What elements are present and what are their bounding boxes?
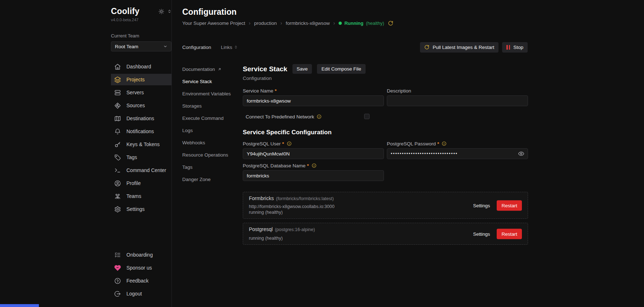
section-title: Service Stack xyxy=(243,65,287,73)
service-settings-link[interactable]: Settings xyxy=(473,231,490,236)
breadcrumb-separator: › xyxy=(249,20,251,26)
sidebar-item-tags[interactable]: Tags xyxy=(111,152,171,163)
service-settings-link[interactable]: Settings xyxy=(473,203,490,208)
chevrons-up-down-icon[interactable] xyxy=(167,9,171,14)
sidebar-item-label: Servers xyxy=(126,90,144,95)
subnav-item-documentation[interactable]: Documentation xyxy=(182,66,236,73)
subnav-item-logs[interactable]: Logs xyxy=(182,127,236,134)
info-icon[interactable] xyxy=(312,163,317,168)
status-refresh-icon[interactable] xyxy=(388,21,393,26)
users-icon xyxy=(114,193,121,200)
status-dot xyxy=(339,22,342,25)
service-image: (formbricks/formbricks:latest) xyxy=(276,196,334,201)
terminal-icon xyxy=(114,167,121,174)
pause-icon xyxy=(506,45,510,50)
team-select[interactable]: Root Team xyxy=(111,41,171,51)
sidebar-item-notifications[interactable]: Notifications xyxy=(111,126,171,137)
sidebar-item-label: Sources xyxy=(126,103,145,108)
home-icon xyxy=(114,63,121,70)
pg-password-input[interactable] xyxy=(387,148,528,159)
team-select-value: Root Team xyxy=(115,44,138,49)
question-circle-icon xyxy=(114,277,121,284)
sidebar-item-settings[interactable]: Settings xyxy=(111,203,171,215)
subnav-item-danger-zone[interactable]: Danger Zone xyxy=(182,176,236,183)
status-badge: Running (healthy) xyxy=(339,21,384,26)
sidebar-item-teams[interactable]: Teams xyxy=(111,190,171,202)
service-specific-heading: Service Specific Configuration xyxy=(243,129,528,136)
git-source-icon xyxy=(114,102,121,109)
current-team-label: Current Team xyxy=(111,33,171,39)
sidebar-item-label: Destinations xyxy=(126,116,154,121)
settings-subnav: Documentation Service Stack Environment … xyxy=(182,66,236,188)
service-name-input[interactable] xyxy=(243,95,384,106)
connect-network-label: Connect To Predefined Network xyxy=(246,114,314,119)
info-icon[interactable] xyxy=(317,114,322,119)
required-asterisk: * xyxy=(307,163,309,168)
service-card-postgresql: Postgresql (postgres:16-alpine) running … xyxy=(243,223,528,245)
sidebar-item-dashboard[interactable]: Dashboard xyxy=(111,61,171,72)
toolbar: Configuration Links Pull Latest Images &… xyxy=(182,42,528,53)
chevron-down-icon xyxy=(163,44,167,49)
tab-links-label: Links xyxy=(221,45,232,50)
description-input[interactable] xyxy=(387,95,528,106)
external-link-icon xyxy=(218,67,222,71)
sidebar-item-label: Tags xyxy=(126,154,137,160)
info-icon[interactable] xyxy=(287,141,292,146)
sidebar-item-sponsor-us[interactable]: Sponsor us xyxy=(111,262,171,274)
pg-user-input[interactable] xyxy=(243,148,384,159)
subnav-item-tags[interactable]: Tags xyxy=(182,163,236,171)
heart-icon xyxy=(114,265,121,271)
sidebar-item-destinations[interactable]: Destinations xyxy=(111,113,171,124)
pg-db-name-input[interactable] xyxy=(243,170,384,181)
subnav-item-resource-operations[interactable]: Resource Operations xyxy=(182,151,236,158)
theme-toggle-sun-icon[interactable] xyxy=(158,9,164,14)
service-restart-button[interactable]: Restart xyxy=(497,229,522,239)
app-version: v4.0.0-beta.247 xyxy=(111,18,171,22)
sidebar-item-profile[interactable]: Profile xyxy=(111,177,171,189)
subnav-item-label: Documentation xyxy=(182,67,215,72)
screen-edge-blue-fragment xyxy=(0,304,39,307)
gear-icon xyxy=(114,206,121,213)
status-running-label: Running xyxy=(344,21,363,26)
subnav-item-storages[interactable]: Storages xyxy=(182,102,236,109)
sidebar-item-keys-tokens[interactable]: Keys & Tokens xyxy=(111,139,171,150)
key-icon xyxy=(114,141,121,148)
subnav-item-execute-command[interactable]: Execute Command xyxy=(182,114,236,122)
sidebar-item-onboarding[interactable]: Onboarding xyxy=(111,249,171,261)
refresh-icon xyxy=(424,45,429,50)
breadcrumb-resource[interactable]: formbricks-x8gwsow xyxy=(286,21,330,26)
info-icon[interactable] xyxy=(442,141,447,146)
sidebar-item-command-center[interactable]: Command Center xyxy=(111,164,171,176)
main-area: Configuration Your Super Awesome Project… xyxy=(172,0,644,307)
sidebar-item-servers[interactable]: Servers xyxy=(111,87,171,98)
tab-links[interactable]: Links xyxy=(221,45,238,50)
sidebar-item-logout[interactable]: Logout xyxy=(111,288,171,299)
tab-configuration[interactable]: Configuration xyxy=(182,45,211,50)
breadcrumb-project[interactable]: Your Super Awesome Project xyxy=(182,21,245,26)
stop-button[interactable]: Stop xyxy=(502,42,528,53)
pull-latest-restart-button[interactable]: Pull Latest Images & Restart xyxy=(420,42,498,53)
coolify-app: Coolify v4.0.0-beta.247 Current Team Roo… xyxy=(0,0,644,307)
sidebar-item-label: Projects xyxy=(126,77,145,82)
app-logo: Coolify xyxy=(111,6,139,16)
subnav-item-environment-variables[interactable]: Environment Variables xyxy=(182,90,236,97)
service-name-label: Service Name xyxy=(243,88,273,94)
sidebar-item-feedback[interactable]: Feedback xyxy=(111,275,171,286)
save-button[interactable]: Save xyxy=(292,64,312,74)
breadcrumb: Your Super Awesome Project › production … xyxy=(182,20,393,26)
service-restart-button[interactable]: Restart xyxy=(497,200,522,211)
toggle-password-visibility-button[interactable] xyxy=(518,150,524,157)
status-healthy-label: (healthy) xyxy=(366,21,384,26)
edit-compose-file-button[interactable]: Edit Compose File xyxy=(317,64,365,74)
subnav-item-webhooks[interactable]: Webhooks xyxy=(182,139,236,146)
breadcrumb-environment[interactable]: production xyxy=(254,21,277,26)
breadcrumb-separator: › xyxy=(334,20,335,26)
sidebar-item-projects[interactable]: Projects xyxy=(111,74,171,85)
service-status: running (healthy) xyxy=(249,210,522,215)
subnav-item-service-stack[interactable]: Service Stack xyxy=(182,78,236,85)
server-icon xyxy=(114,89,121,96)
sidebar-item-sources[interactable]: Sources xyxy=(111,100,171,111)
connect-network-checkbox[interactable] xyxy=(364,114,370,119)
tag-icon xyxy=(114,154,121,161)
sidebar-footer-nav: Onboarding Sponsor us Feedback Logout xyxy=(111,249,171,299)
